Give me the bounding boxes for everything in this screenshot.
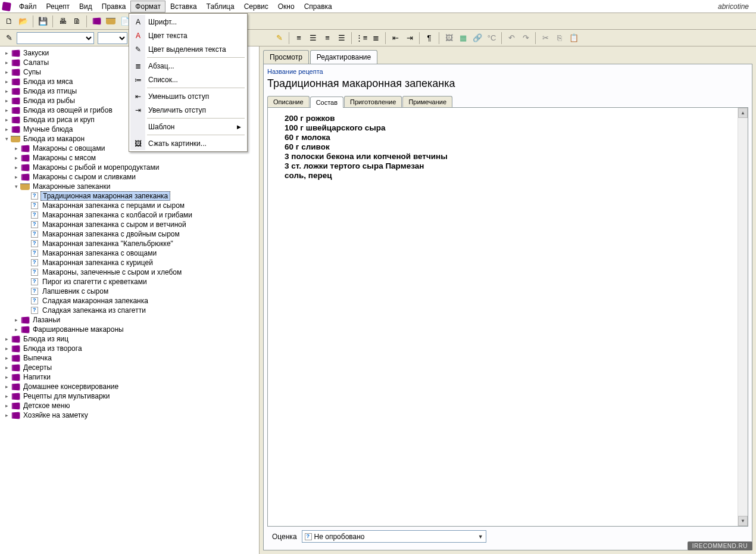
tree-item[interactable]: Макаронная запеканка с двойным сыром (0, 229, 259, 239)
tree-item[interactable]: Макаронная запеканка с овощами (0, 248, 259, 258)
align-center-icon[interactable]: ☰ (307, 32, 320, 45)
tree-arrow-icon[interactable]: ▾ (13, 183, 19, 189)
tree-item[interactable]: ▸Фаршированные макароны (0, 325, 259, 334)
tree-arrow-icon[interactable]: ▸ (13, 155, 19, 161)
save-icon[interactable]: 💾 (36, 15, 49, 28)
menu-формат[interactable]: Формат (130, 1, 165, 13)
tree-arrow-icon[interactable]: ▸ (4, 412, 10, 418)
scroll-up-icon[interactable]: ▲ (738, 108, 748, 118)
tree-item[interactable]: Сладкая макаронная запеканка (0, 296, 259, 306)
menu-item-абзац-[interactable]: ≣Абзац... (130, 59, 246, 73)
tree-arrow-icon[interactable]: ▸ (4, 393, 10, 399)
tree-arrow-icon[interactable]: ▾ (4, 136, 10, 142)
tree-arrow-icon[interactable]: ▸ (13, 145, 19, 151)
tree-item[interactable]: ▸Макароны с мясом (0, 153, 259, 163)
subtab-примечание[interactable]: Примечание (402, 96, 452, 107)
style-icon[interactable]: ✎ (2, 32, 15, 45)
highlight-icon[interactable]: ✎ (273, 32, 286, 45)
tree-arrow-icon[interactable]: ▸ (4, 403, 10, 409)
tree-arrow-icon[interactable]: ▸ (4, 117, 10, 123)
print-preview-icon[interactable]: 🗎 (70, 15, 83, 28)
align-justify-icon[interactable]: ☰ (335, 32, 348, 45)
tree-item[interactable]: Макаронная запеканка с курицей (0, 258, 259, 267)
tree-arrow-icon[interactable]: ▸ (4, 365, 10, 371)
tree-arrow-icon[interactable]: ▸ (4, 107, 10, 113)
menu-item-уменьшить-отступ[interactable]: ⇤Уменьшить отступ (130, 89, 246, 103)
tree-arrow-icon[interactable]: ▸ (4, 98, 10, 104)
tree-arrow-icon[interactable]: ▸ (4, 69, 10, 75)
menu-справка[interactable]: Справка (299, 1, 337, 13)
tree-item[interactable]: ▸Блюда из яиц (0, 334, 259, 344)
menu-правка[interactable]: Правка (97, 1, 131, 13)
tree-item[interactable]: Макаронная запеканка "Капельбрюкке" (0, 239, 259, 248)
menu-вставка[interactable]: Вставка (165, 1, 202, 13)
tree-arrow-icon[interactable]: ▸ (4, 355, 10, 361)
tree-item[interactable]: ▸Блюда из творога (0, 344, 259, 353)
tab-просмотр[interactable]: Просмотр (263, 50, 309, 64)
number-list-icon[interactable]: ≣ (369, 32, 382, 45)
menu-item-список-[interactable]: ≔Список... (130, 73, 246, 86)
menu-item-шрифт-[interactable]: AШрифт... (130, 15, 246, 29)
tree-arrow-icon[interactable]: ▸ (13, 326, 19, 332)
scroll-down-icon[interactable]: ▼ (738, 516, 748, 526)
bullet-list-icon[interactable]: ⋮≡ (355, 32, 368, 45)
open-file-icon[interactable]: 📂 (17, 15, 30, 28)
subtab-состав[interactable]: Состав (310, 97, 343, 108)
tree-item[interactable]: ▸Рецепты для мультиварки (0, 391, 259, 401)
tree-arrow-icon[interactable]: ▸ (13, 164, 19, 170)
redo-icon[interactable]: ↷ (519, 32, 532, 45)
temperature-icon[interactable]: °C (485, 32, 498, 45)
tree-arrow-icon[interactable]: ▸ (4, 374, 10, 380)
menu-item-цвет-текста[interactable]: AЦвет текста (130, 29, 246, 42)
menu-item-сжать-картинки-[interactable]: 🖼Сжать картинки... (130, 136, 246, 150)
rating-select[interactable]: Не опробовано ▼ (302, 530, 486, 543)
tree-arrow-icon[interactable]: ▸ (4, 336, 10, 342)
subtab-описание[interactable]: Описание (267, 96, 310, 107)
tree-arrow-icon[interactable]: ▸ (4, 79, 10, 85)
font-size-select[interactable] (98, 32, 127, 44)
tree-arrow-icon[interactable]: ▸ (4, 88, 10, 94)
tree-item[interactable]: ▸Лазаньи (0, 315, 259, 325)
tree-item[interactable]: ▾Макаронные запеканки (0, 182, 259, 191)
tree-item[interactable]: ▸Выпечка (0, 353, 259, 363)
ingredients-editor[interactable]: 200 г рожков100 г швейцарского сыра60 г … (267, 107, 748, 527)
menu-таблица[interactable]: Таблица (202, 1, 239, 13)
tree-arrow-icon[interactable]: ▸ (4, 126, 10, 132)
tree-arrow-icon[interactable]: ▸ (4, 346, 10, 351)
scrollbar[interactable]: ▲ ▼ (738, 108, 748, 526)
recipe-title-input[interactable] (267, 76, 748, 91)
menu-item-шаблон[interactable]: Шаблон▶ (130, 120, 246, 133)
tree-item[interactable]: ▸Макароны с рыбой и морепродуктами (0, 163, 259, 172)
align-left-icon[interactable]: ≡ (292, 32, 305, 45)
link-icon[interactable]: 🔗 (471, 32, 484, 45)
tree-item[interactable]: Лапшевник с сыром (0, 287, 259, 296)
tree-item[interactable]: ▸Макароны с сыром и сливками (0, 172, 259, 182)
tree-item[interactable]: Традиционная макаронная запеканка (0, 191, 259, 201)
menu-окно[interactable]: Окно (273, 1, 299, 13)
menu-вид[interactable]: Вид (74, 1, 97, 13)
menu-файл[interactable]: Файл (14, 1, 42, 13)
print-icon[interactable]: 🖶 (56, 15, 69, 28)
tree-item[interactable]: ▸Десерты (0, 363, 259, 372)
undo-icon[interactable]: ↶ (505, 32, 518, 45)
table-icon[interactable]: ▦ (457, 32, 470, 45)
new-file-icon[interactable]: 🗋 (2, 15, 15, 28)
tree-item[interactable]: Пирог из спагетти с креветками (0, 277, 259, 287)
align-right-icon[interactable]: ≡ (321, 32, 334, 45)
outdent-icon[interactable]: ⇤ (389, 32, 402, 45)
tree-arrow-icon[interactable]: ▸ (4, 384, 10, 390)
menu-сервис[interactable]: Сервис (239, 1, 273, 13)
tree-item[interactable]: ▸Напитки (0, 372, 259, 382)
tree-arrow-icon[interactable]: ▸ (13, 317, 19, 323)
menu-item-увеличить-отступ[interactable]: ⇥Увеличить отступ (130, 103, 246, 117)
tree-arrow-icon[interactable]: ▸ (4, 60, 10, 66)
tree-item[interactable]: Макаронная запеканка с колбасой и грибам… (0, 210, 259, 220)
menu-рецепт[interactable]: Рецепт (42, 1, 75, 13)
tree-arrow-icon[interactable]: ▸ (4, 50, 10, 56)
subtab-приготовление[interactable]: Приготовление (344, 96, 402, 107)
tree-arrow-icon[interactable]: ▸ (13, 174, 19, 180)
font-select[interactable] (17, 32, 94, 44)
paste-icon[interactable]: 📋 (567, 32, 580, 45)
tree-item[interactable]: Макароны, запеченные с сыром и хлебом (0, 267, 259, 277)
pilcrow-icon[interactable]: ¶ (423, 32, 436, 45)
